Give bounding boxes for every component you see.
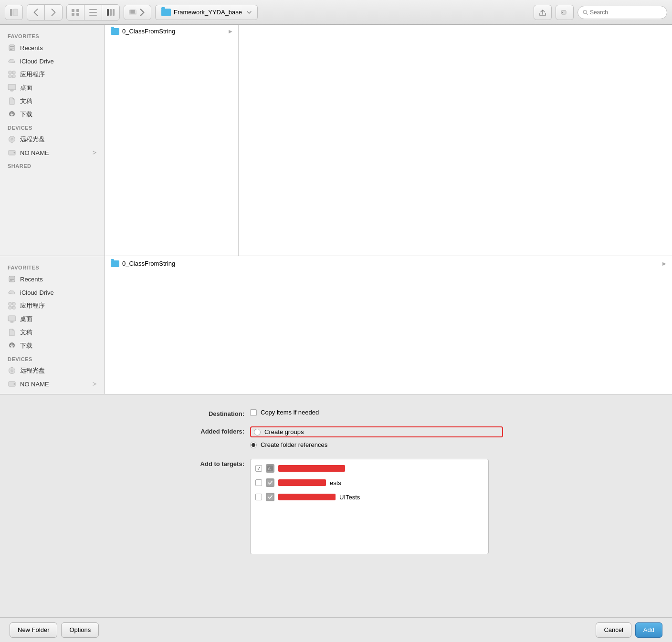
share-btn[interactable]	[534, 5, 552, 20]
svg-rect-40	[10, 280, 12, 281]
target-2-name-suffix: UITests	[339, 494, 360, 501]
search-box[interactable]	[578, 6, 667, 19]
no-name-label: NO NAME	[20, 149, 49, 156]
br-downloads-icon	[8, 342, 16, 350]
bottom-toolbar: New Folder Options Cancel Add	[0, 617, 672, 642]
file-item-name: 0_ClassFromString	[122, 28, 175, 35]
added-folders-label: Added folders:	[169, 426, 250, 435]
desktop-icon	[8, 83, 16, 92]
br-no-name[interactable]: NO NAME	[0, 377, 105, 391]
sidebar-item-downloads[interactable]: 下载	[0, 108, 105, 121]
br-icloud-icon	[8, 288, 16, 297]
back-btn[interactable]	[27, 5, 45, 20]
br-downloads[interactable]: 下载	[0, 339, 105, 352]
browser-section: Favorites Recents	[0, 256, 672, 394]
destination-content: Copy items if needed	[250, 409, 503, 420]
path-btn[interactable]: Framework_YYDA_base	[155, 5, 258, 20]
icon-view-btn[interactable]	[67, 5, 84, 20]
column-view-btn[interactable]	[102, 5, 119, 20]
new-folder-button[interactable]: New Folder	[10, 622, 57, 638]
br-desktop-icon	[8, 315, 16, 323]
create-folder-refs-row: Create folder references	[250, 441, 503, 448]
icloud-label: iCloud Drive	[20, 58, 54, 65]
svg-rect-39	[10, 279, 14, 280]
file-item-0[interactable]: 0_ClassFromString ▶	[105, 25, 238, 38]
target-1-checkbox[interactable]	[255, 479, 262, 486]
br-remote-disc[interactable]: 远程光盘	[0, 364, 105, 377]
search-input[interactable]	[590, 9, 662, 16]
create-folder-refs-radio[interactable]	[250, 442, 257, 448]
br-file-item-name: 0_ClassFromString	[122, 260, 175, 267]
sidebar-item-no-name[interactable]: NO NAME	[0, 146, 105, 159]
br-apps-label: 应用程序	[20, 301, 45, 310]
target-0-icon: A	[266, 464, 274, 473]
create-groups-radio[interactable]	[254, 429, 261, 435]
br-chevron-icon: ▶	[662, 261, 666, 266]
add-button[interactable]: Add	[635, 622, 662, 638]
sidebar-item-remote-disc[interactable]: 远程光盘	[0, 133, 105, 146]
svg-rect-45	[8, 316, 16, 321]
br-documents[interactable]: 文稿	[0, 326, 105, 339]
br-icloud[interactable]: iCloud Drive	[0, 286, 105, 299]
shared-label: Shared	[0, 159, 105, 171]
path-label: Framework_YYDA_base	[174, 9, 242, 16]
copy-items-checkbox[interactable]	[250, 409, 257, 416]
svg-rect-14	[130, 10, 135, 13]
svg-point-16	[562, 12, 563, 13]
sidebar-item-desktop[interactable]: 桌面	[0, 81, 105, 94]
svg-rect-26	[12, 75, 15, 78]
gallery-view-btn[interactable]	[124, 5, 151, 20]
apps-icon	[8, 70, 16, 79]
sidebar-item-icloud[interactable]: iCloud Drive	[0, 54, 105, 68]
bottom-panel: Favorites Recents	[0, 256, 672, 642]
sidebar-item-apps[interactable]: 应用程序	[0, 68, 105, 81]
target-row-0: A	[251, 461, 488, 476]
target-2-checkbox[interactable]	[255, 494, 262, 500]
svg-rect-21	[10, 48, 14, 49]
br-desktop[interactable]: 桌面	[0, 312, 105, 326]
disc-icon	[8, 135, 16, 144]
target-0-checkbox[interactable]	[255, 465, 262, 472]
sidebar-item-recents[interactable]: Recents	[0, 41, 105, 54]
svg-point-34	[11, 139, 12, 140]
add-to-targets-row: Add to targets: A	[169, 459, 503, 554]
targets-box: A	[250, 459, 489, 554]
create-groups-row[interactable]: Create groups	[250, 426, 503, 437]
br-remote-disc-label: 远程光盘	[20, 366, 45, 375]
br-documents-label: 文稿	[20, 328, 32, 337]
svg-rect-42	[12, 302, 15, 305]
svg-line-18	[586, 13, 588, 14]
added-folders-row: Added folders: Create groups Create fold…	[169, 426, 503, 452]
list-view-btn[interactable]	[84, 5, 102, 20]
cancel-button[interactable]: Cancel	[596, 622, 631, 638]
destination-label: Destination:	[169, 409, 250, 417]
svg-rect-11	[113, 9, 115, 16]
br-recents[interactable]: Recents	[0, 272, 105, 286]
svg-point-52	[11, 370, 12, 371]
forward-btn[interactable]	[45, 5, 62, 20]
recents-icon	[8, 43, 16, 52]
target-1-name-suffix: ests	[330, 479, 341, 487]
target-2-icon	[266, 493, 274, 501]
svg-rect-4	[72, 13, 74, 16]
svg-rect-43	[9, 306, 11, 309]
svg-point-36	[14, 152, 15, 154]
br-apps[interactable]: 应用程序	[0, 299, 105, 312]
path-folder-icon	[161, 9, 171, 16]
svg-rect-1	[13, 9, 18, 16]
br-folder-icon	[111, 260, 119, 267]
options-button[interactable]: Options	[61, 622, 99, 638]
br-file-item-0[interactable]: 0_ClassFromString ▶	[105, 256, 672, 271]
svg-rect-38	[10, 278, 14, 279]
sidebar-toggle-btn[interactable]	[5, 5, 23, 20]
br-no-name-label: NO NAME	[20, 381, 49, 388]
svg-text:A: A	[268, 466, 271, 471]
svg-rect-46	[10, 321, 13, 322]
sidebar-item-documents[interactable]: 文稿	[0, 94, 105, 108]
desktop-label: 桌面	[20, 83, 32, 92]
tag-btn[interactable]	[556, 5, 574, 20]
chevron-right-icon: ▶	[229, 29, 232, 34]
target-row-2: UITests	[251, 490, 488, 504]
target-row-1: ests	[251, 476, 488, 490]
target-0-name	[278, 465, 345, 472]
